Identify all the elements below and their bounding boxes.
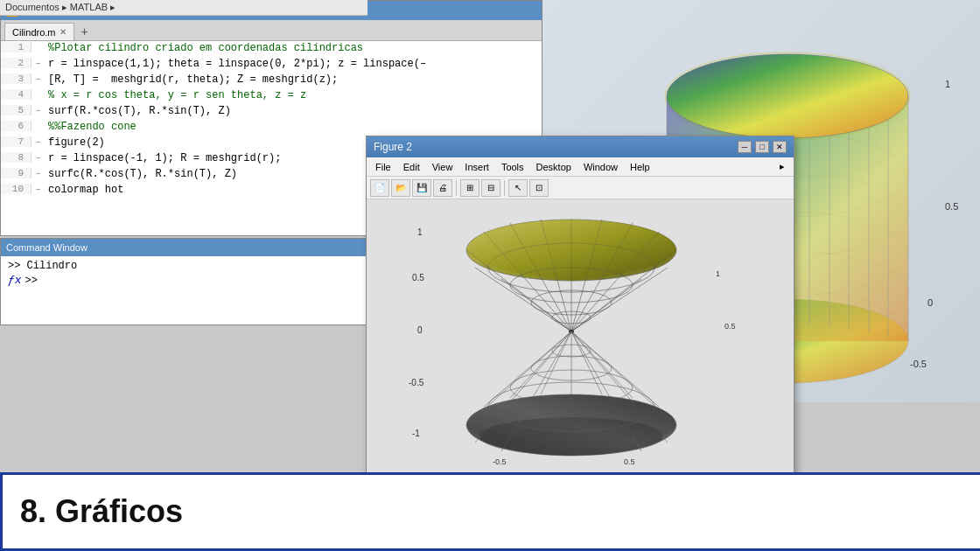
menu-tools[interactable]: Tools [496,160,529,174]
breadcrumb: Documentos ▸ MATLAB ▸ [0,0,368,16]
toolbar-save-btn[interactable]: 💾 [412,179,431,197]
toolbar-print-btn[interactable]: 🖨 [433,179,452,197]
svg-text:0: 0 [928,297,933,308]
menu-desktop[interactable]: Desktop [531,160,577,174]
figure2-title: Figure 2 [374,141,412,153]
svg-text:0.5: 0.5 [624,457,635,466]
svg-text:-0.5: -0.5 [910,359,927,369]
svg-text:1: 1 [417,227,423,237]
tab-label: Cilindro.m [12,27,56,38]
toolbar-new-btn[interactable]: 📄 [370,179,389,197]
figure2-toolbar: 📄 📂 💾 🖨 ⊞ ⊟ ↖ ⊡ [367,177,794,199]
code-line-2: 2 – r = linspace(1,1); theta = linspace(… [1,57,542,73]
code-line-3: 3 – [R, T] = meshgrid(r, theta); Z = mes… [1,73,542,88]
figure2-plot-area: 1 0.5 0 -0.5 -1 -0.5 0.5 1 0.5 [367,199,794,476]
figure2-maximize-button[interactable]: □ [755,141,769,153]
cmd-prompt-line: ƒx >> [8,274,360,287]
svg-text:0.5: 0.5 [412,273,424,282]
tab-bar: Cilindro.m ✕ + [1,20,542,41]
figure2-window[interactable]: Figure 2 ─ □ ✕ File Edit View Insert Too… [366,136,794,477]
menu-insert[interactable]: Insert [459,160,494,174]
svg-text:-0.5: -0.5 [409,378,424,387]
svg-text:1: 1 [945,79,950,89]
banner-text: 8. Gráficos [20,493,183,530]
svg-text:0: 0 [417,325,423,335]
svg-text:0.5: 0.5 [724,322,736,331]
svg-point-23 [667,54,908,138]
menu-arrow[interactable]: ▸ [774,159,790,174]
tab-close-icon[interactable]: ✕ [60,27,66,37]
toolbar-btn5[interactable]: ⊞ [460,179,480,197]
menu-help[interactable]: Help [625,160,655,174]
toolbar-sep2 [504,180,505,196]
bottom-banner: 8. Gráficos [0,472,980,551]
svg-text:0.5: 0.5 [945,201,958,212]
figure2-window-controls: ─ □ ✕ [738,141,787,153]
command-window-title: Command Window [1,239,367,256]
code-line-5: 5 – surf(R.*cos(T), R.*sin(T), Z) [1,104,542,120]
svg-text:1: 1 [716,269,720,278]
toolbar-arrow-btn[interactable]: ↖ [508,179,528,197]
code-line-4: 4 % x = r cos theta, y = r sen theta, z … [1,88,542,104]
cmd-fx-icon: ƒx [8,274,22,287]
tab-cilindro[interactable]: Cilindro.m ✕ [4,23,74,40]
figure2-close-button[interactable]: ✕ [773,141,787,153]
figure2-menubar: File Edit View Insert Tools Desktop Wind… [367,157,794,177]
figure2-minimize-button[interactable]: ─ [738,141,752,153]
add-tab-button[interactable]: + [76,23,94,40]
figure2-titlebar: Figure 2 ─ □ ✕ [367,136,794,157]
toolbar-sep1 [456,180,457,196]
toolbar-pan-btn[interactable]: ⊡ [529,179,549,197]
toolbar-open-btn[interactable]: 📂 [391,179,410,197]
command-window-content: >> Cilindro ƒx >> [1,256,367,290]
breadcrumb-text: Documentos ▸ MATLAB ▸ [5,2,116,13]
code-line-1: 1 %Plotar cilindro criado em coordenadas… [1,41,542,57]
cmd-output: >> Cilindro [8,260,360,272]
code-line-6: 6 %%Fazendo cone [1,120,542,136]
menu-view[interactable]: View [427,160,458,174]
cmd-prompt-symbol: >> [25,275,38,287]
menu-file[interactable]: File [370,160,396,174]
command-window-label: Command Window [6,242,88,253]
toolbar-btn6[interactable]: ⊟ [481,179,500,197]
svg-text:-0.5: -0.5 [493,457,507,466]
menu-edit[interactable]: Edit [398,160,425,174]
svg-text:-1: -1 [412,429,420,438]
menu-window[interactable]: Window [578,160,623,174]
cone-svg: 1 0.5 0 -0.5 -1 -0.5 0.5 1 0.5 [379,202,781,473]
command-window: Command Window >> Cilindro ƒx >> [0,238,368,325]
